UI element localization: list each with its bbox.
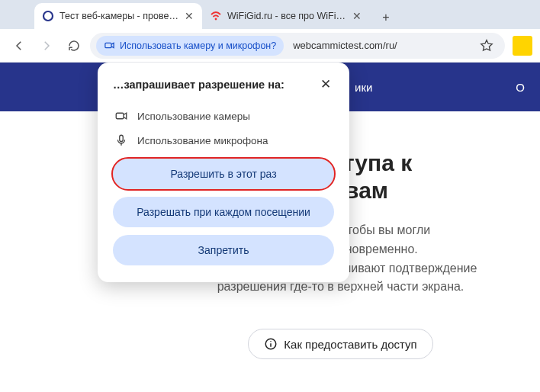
tab-title: Тест веб-камеры - проверка к [59, 11, 178, 21]
prompt-title: …запрашивает разрешение на: [113, 79, 284, 91]
camera-icon [104, 40, 115, 51]
url-text: webcammictest.com/ru/ [284, 40, 474, 51]
tab-2[interactable]: WiFiGid.ru - все про WiFi и бес ✕ [202, 3, 370, 29]
svg-rect-6 [116, 113, 124, 119]
svg-point-0 [43, 11, 53, 21]
deny-button[interactable]: Запретить [113, 235, 334, 265]
button-label: Как предоставить доступ [284, 338, 416, 351]
extension-icon[interactable] [513, 36, 532, 56]
back-button[interactable] [8, 34, 31, 57]
reload-button[interactable] [63, 34, 85, 57]
close-icon[interactable]: ✕ [352, 11, 362, 21]
tab-title: WiFiGid.ru - все про WiFi и бес [227, 11, 346, 21]
allow-once-button[interactable]: Разрешить в этот раз [113, 159, 334, 189]
svg-point-1 [215, 18, 217, 21]
forward-button[interactable] [35, 34, 58, 57]
how-to-grant-access-button[interactable]: Как предоставить доступ [248, 329, 432, 359]
permission-prompt: …запрашивает разрешение на: ✕ Использова… [98, 63, 349, 282]
permission-label: Использование камеры [137, 111, 250, 122]
svg-rect-7 [120, 135, 124, 141]
permission-mic-row: Использование микрофона [113, 128, 334, 153]
page-viewport: ики О ие доступа к ойствам м устройствам… [0, 63, 540, 392]
wifi-favicon-icon [210, 10, 222, 22]
toolbar: Использовать камеру и микрофон? webcammi… [0, 29, 540, 63]
tab-strip: Тест веб-камеры - проверка к ✕ WiFiGid.r… [0, 0, 540, 29]
camera-icon [114, 109, 128, 123]
info-icon [264, 337, 278, 351]
address-bar[interactable]: Использовать камеру и микрофон? webcammi… [90, 33, 505, 59]
close-icon[interactable]: ✕ [184, 11, 194, 21]
permission-chip[interactable]: Использовать камеру и микрофон? [96, 36, 284, 56]
close-icon[interactable]: ✕ [317, 76, 334, 93]
svg-rect-2 [105, 43, 111, 47]
allow-always-button[interactable]: Разрешать при каждом посещении [113, 197, 334, 227]
bookmark-star-icon[interactable] [479, 38, 494, 53]
tab-1[interactable]: Тест веб-камеры - проверка к ✕ [34, 3, 202, 29]
site-favicon-icon [42, 10, 54, 22]
permission-chip-label: Использовать камеру и микрофон? [120, 40, 276, 51]
svg-point-5 [271, 341, 272, 342]
permission-camera-row: Использование камеры [113, 104, 334, 128]
header-nav-fragment[interactable]: О [516, 81, 525, 94]
header-nav-fragment[interactable]: ики [355, 81, 372, 94]
microphone-icon [114, 133, 128, 147]
new-tab-button[interactable]: + [374, 6, 397, 29]
permission-label: Использование микрофона [137, 135, 268, 146]
